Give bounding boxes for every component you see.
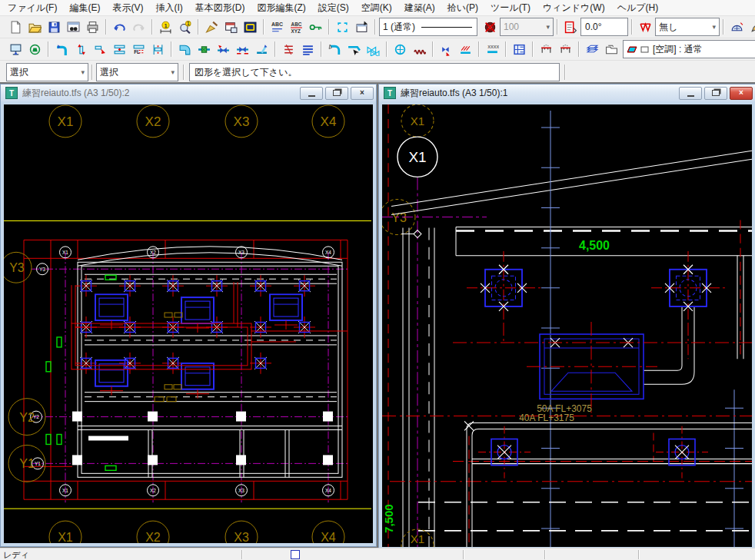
insulation-button[interactable]	[483, 39, 502, 59]
menu-help[interactable]: ヘルプ(H)	[611, 0, 665, 16]
menu-shape-edit[interactable]: 図形編集(Z)	[251, 0, 311, 16]
redo-icon	[132, 21, 145, 34]
print-button[interactable]	[83, 17, 102, 37]
grid-bubbles-left	[4, 252, 45, 482]
pipe-elbow-icon	[55, 43, 68, 56]
menu-file[interactable]: ファイル(F)	[2, 0, 63, 16]
zoom-info-button[interactable]	[175, 17, 195, 37]
drawing-window-1[interactable]: T 練習reiauto.tfs (A3 1/50):1 × X1	[378, 84, 755, 551]
valve-box-button[interactable]	[195, 39, 214, 59]
window-arrange-button[interactable]	[221, 17, 241, 37]
monitor-button[interactable]	[6, 39, 25, 59]
layer-combo[interactable]: [空調] : 通常 ▾	[623, 40, 755, 58]
separator	[241, 550, 243, 559]
menu-basic-shapes[interactable]: 基本図形(D)	[189, 0, 251, 16]
undo-button[interactable]	[110, 17, 129, 37]
pipe-pick-button[interactable]	[344, 39, 364, 59]
layer-folder-button[interactable]	[602, 39, 621, 59]
protractor-button[interactable]	[727, 17, 747, 37]
restore-button[interactable]	[325, 87, 348, 100]
lock-key-button[interactable]	[306, 17, 325, 37]
scale-combo[interactable]: 100▾	[500, 18, 554, 36]
close-button[interactable]: ×	[351, 87, 374, 100]
valve-button[interactable]	[214, 39, 233, 59]
restore-button[interactable]	[704, 87, 727, 100]
duct-bend-button[interactable]	[175, 39, 195, 59]
arrow-style-button[interactable]	[636, 17, 655, 37]
redo-button[interactable]	[129, 17, 148, 37]
menu-view[interactable]: 表示(V)	[106, 0, 149, 16]
command-bar: 選択▾ 選択▾ 図形を選択して下さい。	[0, 61, 755, 84]
pipe-tee-button[interactable]	[110, 39, 129, 59]
separator	[505, 41, 507, 57]
window-1-canvas[interactable]: X1 X1 Y3	[382, 104, 752, 547]
pipe-insert-button[interactable]	[148, 39, 168, 59]
separator	[274, 41, 276, 57]
pen-button[interactable]	[747, 17, 755, 37]
small-valve-button[interactable]	[437, 39, 456, 59]
close-button[interactable]: ×	[730, 87, 753, 100]
svg-text:Y1: Y1	[35, 461, 41, 466]
minimize-button[interactable]	[679, 87, 702, 100]
menu-edit[interactable]: 編集(E)	[63, 0, 106, 16]
pipe-cap-button[interactable]	[91, 39, 110, 59]
drawing-window-2[interactable]: T 練習reiauto.tfs (A3 1/50):2 × X1X2 X3X	[0, 84, 377, 547]
pipe-fl-button[interactable]	[129, 39, 148, 59]
save-button[interactable]	[45, 17, 64, 37]
window-1-title: 練習reiauto.tfs (A3 1/50):1	[401, 87, 507, 100]
measure-info-button[interactable]	[156, 17, 175, 37]
window-select-button[interactable]	[352, 17, 371, 37]
hatch-button[interactable]	[456, 39, 475, 59]
wheel-disable-button[interactable]	[481, 17, 500, 37]
window-1-titlebar[interactable]: T 練習reiauto.tfs (A3 1/50):1 ×	[379, 84, 755, 101]
open-button[interactable]	[25, 17, 45, 37]
close-icon: ×	[739, 89, 743, 97]
prompt-message-box[interactable]: 図形を選択して下さい。	[189, 63, 560, 81]
measure-info-icon	[159, 21, 172, 34]
pipe-elbow-button[interactable]	[52, 39, 72, 59]
separator	[631, 19, 633, 35]
menu-settings[interactable]: 設定(S)	[312, 0, 355, 16]
mode-combo-2[interactable]: 選択▾	[96, 63, 178, 81]
coordinate-text-button[interactable]	[287, 17, 306, 37]
arrow-style-combo[interactable]: 無し▾	[655, 18, 720, 36]
menu-tools[interactable]: ツール(T)	[484, 0, 537, 16]
duct-lines-button[interactable]	[298, 39, 318, 59]
double-bowtie-button[interactable]	[364, 39, 383, 59]
riser-red-button[interactable]	[279, 39, 298, 59]
line-sample	[421, 27, 472, 28]
flex-duct-button[interactable]	[410, 39, 429, 59]
new-button[interactable]	[6, 17, 25, 37]
damper-button[interactable]	[391, 39, 410, 59]
menu-pickup[interactable]: 拾い(P)	[441, 0, 484, 16]
mode-combo-1[interactable]: 選択▾	[6, 63, 88, 81]
pipe-branch-button[interactable]	[252, 39, 271, 59]
valve-double-button[interactable]	[233, 39, 252, 59]
window-2-titlebar[interactable]: T 練習reiauto.tfs (A3 1/50):2 ×	[1, 84, 376, 101]
layers-button[interactable]	[583, 39, 602, 59]
pipe-joint-button[interactable]	[325, 39, 344, 59]
clean-button[interactable]	[202, 17, 221, 37]
stamp-button[interactable]	[25, 39, 45, 59]
menu-architecture[interactable]: 建築(A)	[398, 0, 441, 16]
menu-hvac[interactable]: 空調(K)	[355, 0, 398, 16]
marquee-select-button[interactable]	[333, 17, 352, 37]
line-style-combo[interactable]: 1 (通常)	[379, 18, 477, 36]
small-valve-icon	[440, 43, 453, 56]
minimize-button[interactable]	[300, 87, 323, 100]
menu-insert[interactable]: 挿入(I)	[149, 0, 188, 16]
paste-angle-button[interactable]	[561, 17, 580, 37]
select-frame-button[interactable]	[241, 17, 260, 37]
table-button-2[interactable]	[556, 39, 575, 59]
text-style-button[interactable]	[268, 17, 287, 37]
window-2-canvas[interactable]: X1X2 X3X4	[4, 104, 373, 543]
prompt-message: 図形を選択して下さい。	[195, 66, 297, 79]
bowtie-valve-icon	[217, 43, 230, 56]
angle-field[interactable]: 0.0°	[580, 18, 628, 36]
pipe-riser-button[interactable]	[72, 39, 91, 59]
menu-window[interactable]: ウィンドウ(W)	[537, 0, 611, 16]
panel-button[interactable]	[510, 39, 529, 59]
find-drawing-button[interactable]	[64, 17, 83, 37]
table-button-1[interactable]	[537, 39, 556, 59]
restore-icon	[712, 90, 720, 96]
